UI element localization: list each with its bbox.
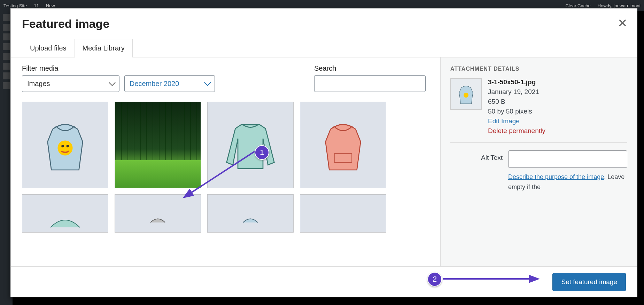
attachment-filesize: 650 B bbox=[488, 98, 545, 105]
attachment-date: January 19, 2021 bbox=[488, 88, 545, 96]
filter-media-label: Filter media bbox=[22, 64, 215, 72]
media-item-hoodie-red[interactable] bbox=[300, 102, 386, 188]
media-item-partial-3[interactable] bbox=[207, 194, 294, 233]
media-library-panel: Filter media Images December 2020 bbox=[11, 57, 440, 266]
featured-image-modal: Featured image ✕ Upload files Media Libr… bbox=[10, 8, 637, 297]
modal-header: Featured image ✕ bbox=[11, 9, 637, 31]
media-item-longsleeve-teal[interactable] bbox=[207, 102, 294, 188]
svg-point-0 bbox=[57, 140, 72, 155]
delete-permanently-link[interactable]: Delete permanently bbox=[488, 127, 545, 135]
filter-date-select[interactable]: December 2020 bbox=[124, 75, 215, 92]
media-item-partial-2[interactable] bbox=[115, 194, 201, 233]
attachment-details-sidebar: ATTACHMENT DETAILS 3-1-50x50-1.jpg Janua… bbox=[440, 57, 637, 266]
annotation-2-badge: 2 bbox=[427, 272, 442, 287]
modal-footer: Set featured image bbox=[11, 266, 637, 297]
alt-text-input[interactable] bbox=[508, 150, 627, 168]
media-item-forest[interactable] bbox=[115, 102, 201, 188]
attachment-filename: 3-1-50x50-1.jpg bbox=[488, 78, 545, 86]
attachment-details-heading: ATTACHMENT DETAILS bbox=[450, 66, 627, 72]
alt-text-note: Describe the purpose of the image. Leave… bbox=[508, 172, 627, 192]
describe-purpose-link[interactable]: Describe the purpose of the image bbox=[508, 173, 604, 180]
media-item-partial-1[interactable] bbox=[22, 194, 108, 233]
svg-point-2 bbox=[67, 145, 69, 147]
set-featured-image-button[interactable]: Set featured image bbox=[552, 273, 626, 291]
annotation-1-badge: 1 bbox=[255, 145, 269, 160]
media-grid bbox=[22, 102, 429, 233]
search-label: Search bbox=[314, 64, 426, 72]
close-icon: ✕ bbox=[618, 16, 627, 30]
admin-bar-site[interactable]: Testing Site bbox=[3, 3, 27, 8]
svg-point-1 bbox=[61, 145, 64, 147]
alt-text-label: Alt Text bbox=[450, 150, 503, 162]
attachment-thumbnail bbox=[450, 78, 482, 110]
tab-upload-files[interactable]: Upload files bbox=[22, 39, 75, 57]
attachment-dimensions: 50 by 50 pixels bbox=[488, 108, 545, 115]
admin-bar-howdy[interactable]: Howdy, joewarnimont bbox=[598, 3, 641, 8]
media-item-partial-4[interactable] bbox=[300, 194, 386, 233]
close-button[interactable]: ✕ bbox=[618, 17, 627, 29]
modal-title: Featured image bbox=[22, 17, 626, 31]
media-item-hoodie-blue[interactable] bbox=[22, 102, 108, 188]
search-input[interactable] bbox=[314, 75, 426, 92]
admin-bar-new[interactable]: New bbox=[46, 3, 55, 8]
tab-media-library[interactable]: Media Library bbox=[75, 39, 133, 57]
filter-type-select[interactable]: Images bbox=[22, 75, 119, 92]
modal-tabs: Upload files Media Library bbox=[11, 39, 637, 57]
admin-bar-clear-cache[interactable]: Clear Cache bbox=[565, 3, 590, 8]
svg-point-5 bbox=[464, 93, 468, 98]
edit-image-link[interactable]: Edit Image bbox=[488, 117, 545, 125]
admin-bar-comments[interactable]: 11 bbox=[34, 3, 39, 8]
